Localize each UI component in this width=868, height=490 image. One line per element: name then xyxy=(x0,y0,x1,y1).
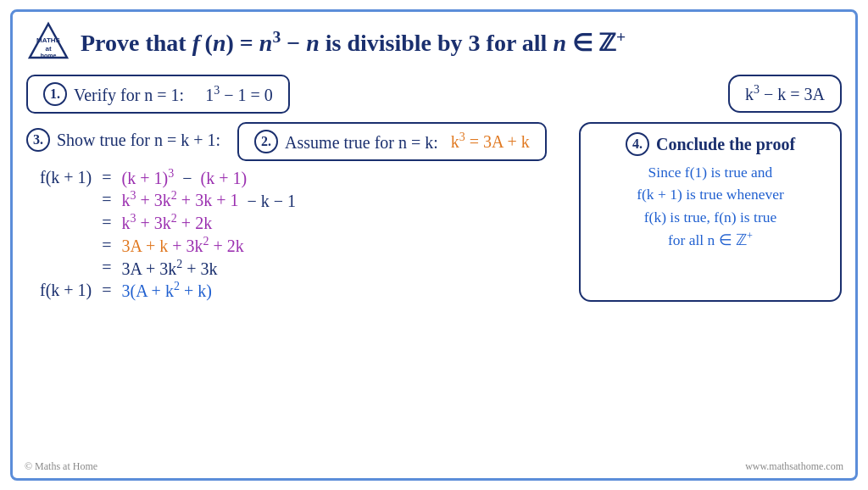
step4-text: Since f(1) is true and f(k + 1) is true … xyxy=(637,161,784,251)
step3-number: 3. xyxy=(26,128,50,152)
table-row: = 3A + 3k2 + 3k xyxy=(35,257,301,280)
step2-box: 2. Assume true for n = k: k3 = 3A + k xyxy=(237,122,547,161)
svg-text:home: home xyxy=(41,53,57,58)
step4-box: 4. Conclude the proof Since f(1) is true… xyxy=(579,122,842,302)
svg-text:MATHS: MATHS xyxy=(36,36,61,44)
step3-left: 3. Show true for n = k + 1: 2. Assume tr… xyxy=(26,122,570,302)
table-row: = k3 + 3k2 + 2k xyxy=(35,211,301,234)
step1-number: 1. xyxy=(43,82,67,106)
step2-formula: k3 = 3A + k xyxy=(451,132,530,151)
svg-text:at: at xyxy=(45,45,51,53)
step3-header: 3. Show true for n = k + 1: xyxy=(26,128,220,152)
step3-section: 3. Show true for n = k + 1: 2. Assume tr… xyxy=(26,122,842,302)
table-row: f(k + 1) = (k + 1)3 − (k + 1) xyxy=(35,166,301,189)
footer: © Maths at Home www.mathsathome.com xyxy=(25,460,843,473)
main-container: MATHS at home Prove that f (n) = n3 − n … xyxy=(10,9,858,481)
header: MATHS at home Prove that f (n) = n3 − n … xyxy=(26,20,842,64)
logo: MATHS at home xyxy=(26,20,70,64)
page-title: Prove that f (n) = n3 − n is divisible b… xyxy=(81,27,626,58)
step1-box: 1. Verify for n = 1: 13 − 1 = 0 xyxy=(26,75,290,114)
table-row: = 3A + k + 3k2 + 2k xyxy=(35,234,301,257)
step4-label: Conclude the proof xyxy=(656,135,795,154)
assumption-box: k3 − k = 3A xyxy=(728,75,842,113)
table-row: f(k + 1) = 3(A + k2 + k) xyxy=(35,279,301,302)
step2-number: 2. xyxy=(254,130,278,153)
derivation-table: f(k + 1) = (k + 1)3 − (k + 1) = k3 + 3k2… xyxy=(35,166,301,302)
step1-label: Verify for n = 1: 13 − 1 = 0 xyxy=(74,84,273,105)
footer-left: © Maths at Home xyxy=(25,460,97,473)
step4-number: 4. xyxy=(626,132,649,156)
footer-right: www.mathsathome.com xyxy=(745,460,843,473)
table-row: = k3 + 3k2 + 3k + 1 − k − 1 xyxy=(35,189,301,212)
step4-header: 4. Conclude the proof xyxy=(626,132,795,156)
